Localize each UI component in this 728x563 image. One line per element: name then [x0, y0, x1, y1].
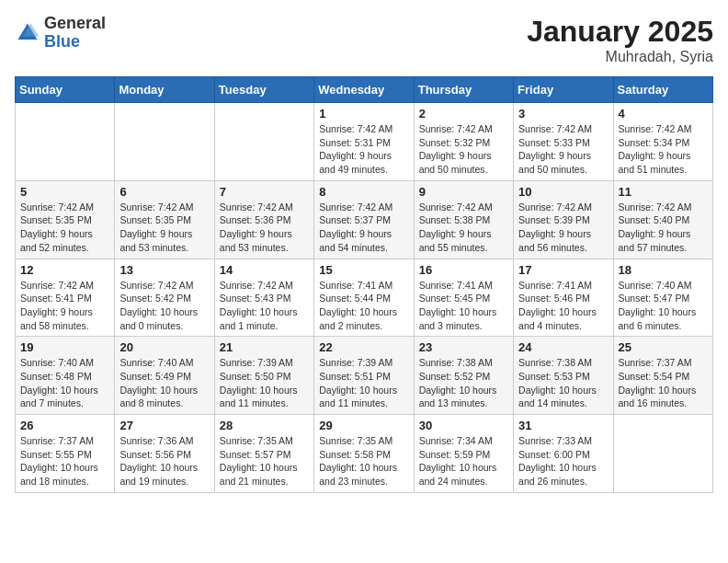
- day-number: 2: [419, 107, 508, 121]
- calendar-cell: 15Sunrise: 7:41 AM Sunset: 5:44 PM Dayli…: [314, 259, 414, 337]
- day-number: 11: [619, 185, 708, 199]
- day-info: Sunrise: 7:40 AM Sunset: 5:48 PM Dayligh…: [20, 356, 109, 410]
- day-number: 24: [518, 340, 608, 354]
- calendar-cell: 12Sunrise: 7:42 AM Sunset: 5:41 PM Dayli…: [16, 259, 115, 337]
- calendar-cell: 30Sunrise: 7:34 AM Sunset: 5:59 PM Dayli…: [414, 415, 513, 493]
- logo: General Blue: [15, 15, 106, 52]
- day-number: 16: [419, 263, 508, 277]
- day-info: Sunrise: 7:35 AM Sunset: 5:58 PM Dayligh…: [319, 434, 408, 488]
- day-info: Sunrise: 7:42 AM Sunset: 5:41 PM Dayligh…: [20, 279, 109, 333]
- page-header: General Blue January 2025 Muhradah, Syri…: [15, 15, 713, 65]
- weekday-header-wednesday: Wednesday: [314, 77, 414, 103]
- day-number: 21: [220, 340, 309, 354]
- calendar-cell: 20Sunrise: 7:40 AM Sunset: 5:49 PM Dayli…: [115, 337, 214, 415]
- weekday-header-saturday: Saturday: [613, 77, 712, 103]
- day-number: 6: [119, 185, 209, 199]
- day-info: Sunrise: 7:39 AM Sunset: 5:51 PM Dayligh…: [319, 356, 408, 410]
- day-info: Sunrise: 7:42 AM Sunset: 5:36 PM Dayligh…: [220, 201, 309, 255]
- day-number: 3: [518, 107, 608, 121]
- day-number: 1: [319, 107, 408, 121]
- day-number: 5: [20, 185, 109, 199]
- calendar-cell: 6Sunrise: 7:42 AM Sunset: 5:35 PM Daylig…: [115, 180, 214, 259]
- calendar-cell: 28Sunrise: 7:35 AM Sunset: 5:57 PM Dayli…: [214, 415, 313, 493]
- weekday-header-thursday: Thursday: [414, 77, 513, 103]
- calendar-cell: 8Sunrise: 7:42 AM Sunset: 5:37 PM Daylig…: [314, 180, 414, 259]
- day-info: Sunrise: 7:41 AM Sunset: 5:46 PM Dayligh…: [518, 279, 608, 333]
- day-info: Sunrise: 7:42 AM Sunset: 5:40 PM Dayligh…: [619, 201, 708, 255]
- day-number: 10: [518, 185, 608, 199]
- day-info: Sunrise: 7:42 AM Sunset: 5:38 PM Dayligh…: [419, 201, 508, 255]
- day-number: 31: [518, 419, 608, 432]
- calendar-cell: 26Sunrise: 7:37 AM Sunset: 5:55 PM Dayli…: [16, 415, 115, 493]
- month-year-title: January 2025: [527, 15, 713, 49]
- title-block: January 2025 Muhradah, Syria: [527, 15, 713, 65]
- calendar-cell: [16, 103, 115, 181]
- calendar-cell: 5Sunrise: 7:42 AM Sunset: 5:35 PM Daylig…: [16, 180, 115, 259]
- calendar-week-2: 5Sunrise: 7:42 AM Sunset: 5:35 PM Daylig…: [16, 180, 713, 259]
- calendar-cell: 17Sunrise: 7:41 AM Sunset: 5:46 PM Dayli…: [514, 259, 613, 337]
- day-info: Sunrise: 7:39 AM Sunset: 5:50 PM Dayligh…: [220, 356, 309, 410]
- day-info: Sunrise: 7:42 AM Sunset: 5:37 PM Dayligh…: [319, 201, 408, 255]
- day-info: Sunrise: 7:42 AM Sunset: 5:35 PM Dayligh…: [20, 201, 109, 255]
- weekday-header-sunday: Sunday: [16, 77, 115, 103]
- day-info: Sunrise: 7:42 AM Sunset: 5:42 PM Dayligh…: [119, 279, 209, 333]
- day-info: Sunrise: 7:42 AM Sunset: 5:31 PM Dayligh…: [319, 122, 408, 177]
- calendar-cell: 4Sunrise: 7:42 AM Sunset: 5:34 PM Daylig…: [613, 103, 712, 181]
- weekday-header-monday: Monday: [115, 77, 214, 103]
- calendar-cell: 31Sunrise: 7:33 AM Sunset: 6:00 PM Dayli…: [514, 415, 613, 493]
- logo-icon: [15, 20, 40, 46]
- day-info: Sunrise: 7:42 AM Sunset: 5:35 PM Dayligh…: [119, 201, 209, 255]
- weekday-header-friday: Friday: [514, 77, 613, 103]
- day-info: Sunrise: 7:42 AM Sunset: 5:32 PM Dayligh…: [419, 122, 508, 177]
- day-number: 27: [119, 419, 209, 432]
- weekday-header-tuesday: Tuesday: [214, 77, 313, 103]
- weekday-header-row: SundayMondayTuesdayWednesdayThursdayFrid…: [16, 77, 713, 103]
- calendar-table: SundayMondayTuesdayWednesdayThursdayFrid…: [15, 76, 713, 493]
- calendar-cell: 10Sunrise: 7:42 AM Sunset: 5:39 PM Dayli…: [514, 180, 613, 259]
- day-info: Sunrise: 7:33 AM Sunset: 6:00 PM Dayligh…: [518, 434, 608, 488]
- day-number: 23: [419, 340, 508, 354]
- day-number: 29: [319, 419, 408, 432]
- calendar-cell: [115, 103, 214, 181]
- day-number: 17: [518, 263, 608, 277]
- day-info: Sunrise: 7:42 AM Sunset: 5:33 PM Dayligh…: [518, 122, 608, 177]
- day-number: 30: [419, 419, 508, 432]
- day-info: Sunrise: 7:42 AM Sunset: 5:43 PM Dayligh…: [220, 279, 309, 333]
- day-number: 18: [619, 263, 708, 277]
- calendar-week-3: 12Sunrise: 7:42 AM Sunset: 5:41 PM Dayli…: [16, 259, 713, 337]
- calendar-cell: [613, 415, 712, 493]
- calendar-week-5: 26Sunrise: 7:37 AM Sunset: 5:55 PM Dayli…: [16, 415, 713, 493]
- calendar-cell: 22Sunrise: 7:39 AM Sunset: 5:51 PM Dayli…: [314, 337, 414, 415]
- calendar-cell: 25Sunrise: 7:37 AM Sunset: 5:54 PM Dayli…: [613, 337, 712, 415]
- day-info: Sunrise: 7:38 AM Sunset: 5:52 PM Dayligh…: [419, 356, 508, 410]
- day-number: 8: [319, 185, 408, 199]
- calendar-cell: 27Sunrise: 7:36 AM Sunset: 5:56 PM Dayli…: [115, 415, 214, 493]
- day-number: 7: [220, 185, 309, 199]
- calendar-cell: 14Sunrise: 7:42 AM Sunset: 5:43 PM Dayli…: [214, 259, 313, 337]
- calendar-cell: 1Sunrise: 7:42 AM Sunset: 5:31 PM Daylig…: [314, 103, 414, 181]
- day-info: Sunrise: 7:42 AM Sunset: 5:39 PM Dayligh…: [518, 201, 608, 255]
- calendar-cell: 3Sunrise: 7:42 AM Sunset: 5:33 PM Daylig…: [514, 103, 613, 181]
- day-number: 22: [319, 340, 408, 354]
- day-info: Sunrise: 7:35 AM Sunset: 5:57 PM Dayligh…: [220, 434, 309, 488]
- calendar-cell: 29Sunrise: 7:35 AM Sunset: 5:58 PM Dayli…: [314, 415, 414, 493]
- day-number: 20: [119, 340, 209, 354]
- day-info: Sunrise: 7:40 AM Sunset: 5:49 PM Dayligh…: [119, 356, 209, 410]
- calendar-cell: 11Sunrise: 7:42 AM Sunset: 5:40 PM Dayli…: [613, 180, 712, 259]
- calendar-cell: 23Sunrise: 7:38 AM Sunset: 5:52 PM Dayli…: [414, 337, 513, 415]
- day-info: Sunrise: 7:38 AM Sunset: 5:53 PM Dayligh…: [518, 356, 608, 410]
- calendar-cell: [214, 103, 313, 181]
- day-number: 26: [20, 419, 109, 432]
- day-number: 13: [119, 263, 209, 277]
- location-subtitle: Muhradah, Syria: [527, 49, 713, 65]
- calendar-week-4: 19Sunrise: 7:40 AM Sunset: 5:48 PM Dayli…: [16, 337, 713, 415]
- day-number: 14: [220, 263, 309, 277]
- calendar-cell: 13Sunrise: 7:42 AM Sunset: 5:42 PM Dayli…: [115, 259, 214, 337]
- day-info: Sunrise: 7:42 AM Sunset: 5:34 PM Dayligh…: [619, 122, 708, 177]
- day-number: 25: [619, 340, 708, 354]
- day-info: Sunrise: 7:41 AM Sunset: 5:44 PM Dayligh…: [319, 279, 408, 333]
- day-info: Sunrise: 7:36 AM Sunset: 5:56 PM Dayligh…: [119, 434, 209, 488]
- day-info: Sunrise: 7:40 AM Sunset: 5:47 PM Dayligh…: [619, 279, 708, 333]
- day-info: Sunrise: 7:41 AM Sunset: 5:45 PM Dayligh…: [419, 279, 508, 333]
- day-info: Sunrise: 7:37 AM Sunset: 5:55 PM Dayligh…: [20, 434, 109, 488]
